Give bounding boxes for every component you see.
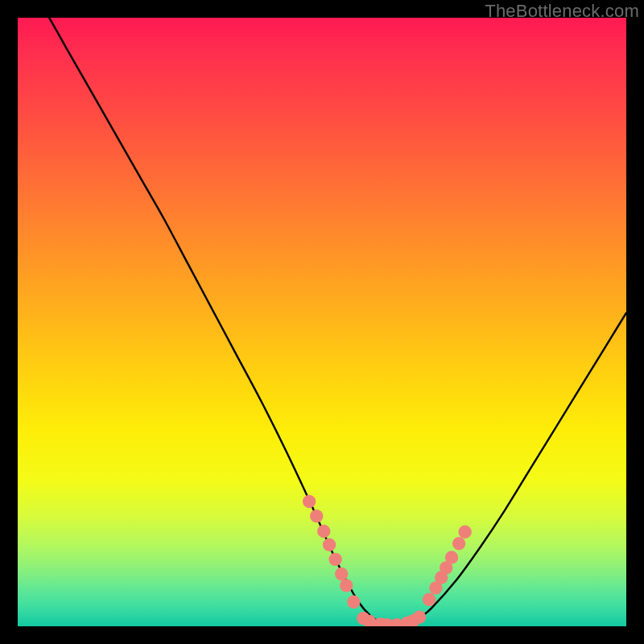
data-dot (328, 553, 341, 566)
data-dot (323, 539, 336, 551)
data-dot (347, 596, 360, 609)
data-dot (310, 510, 323, 522)
watermark-text: TheBottleneck.com (485, 1, 639, 22)
highlight-dots (303, 495, 472, 626)
data-dot (413, 610, 426, 623)
data-dot (423, 593, 436, 606)
plot-area (18, 18, 626, 626)
data-dot (458, 526, 471, 539)
chart-svg (18, 18, 626, 626)
data-dot (452, 537, 465, 550)
data-dot (335, 568, 348, 580)
data-dot (303, 495, 316, 508)
data-dot (340, 579, 353, 592)
data-dot (445, 551, 458, 564)
data-dot (317, 525, 330, 538)
chart-frame: TheBottleneck.com (0, 0, 644, 644)
